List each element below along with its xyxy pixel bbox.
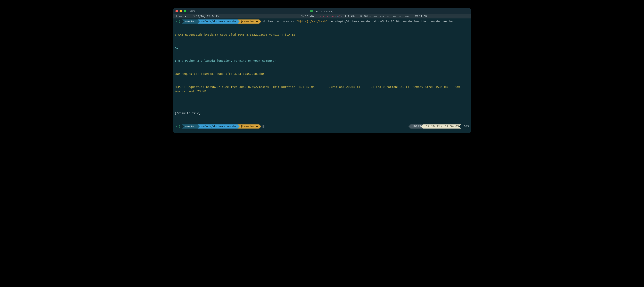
tab-shortcut-label: ⌥⌘3 xyxy=(190,10,195,13)
output-line: {"result":true} xyxy=(175,111,470,116)
prompt-line-2: ✓ ❯ maciej ~/Code/docker-lambda master xyxy=(174,124,470,129)
output-line: END RequestId: b459b787-c0ee-1fcd-3043-8… xyxy=(175,72,470,76)
sparkline-network-icon xyxy=(319,15,344,18)
output-line: Hi! xyxy=(175,46,470,50)
svg-point-10 xyxy=(242,21,243,21)
prompt-path-segment: ~/Code/docker-lambda xyxy=(198,20,238,24)
close-icon[interactable] xyxy=(176,10,178,12)
prompt-user-segment: maciej xyxy=(182,124,198,128)
output-line: START RequestId: b459b787-c0ee-1fcd-3043… xyxy=(175,32,470,37)
output-line: I'm a Python 3.9 lambda function, runnin… xyxy=(175,59,470,63)
prompt-branch-label: master xyxy=(244,19,255,24)
check-icon: ✓ xyxy=(176,124,178,128)
svg-rect-5 xyxy=(361,16,362,16)
status-datetime: 14/10, 12:54 PM xyxy=(192,15,219,18)
clock-icon xyxy=(192,15,195,18)
branch-dirty-dot-icon xyxy=(256,21,258,22)
prompt-path-segment: ~/Code/docker-lambda xyxy=(198,124,238,128)
right-prompt: 10193 14.10.21 ❮ 12:54:03 OSX xyxy=(410,124,470,128)
history-number: 10193 xyxy=(412,124,421,128)
status-ram-label: 11 GB xyxy=(419,15,427,18)
prompt-path-label: ~/Code/docker-lambda xyxy=(201,124,236,128)
network-icon xyxy=(301,15,304,18)
prompt-line-1: ✓ ❯ maciej ~/Code/docker-lambda master d… xyxy=(174,19,470,24)
terminal-body[interactable]: ✓ ❯ maciej ~/Code/docker-lambda master d… xyxy=(173,18,471,133)
sparkline-ram-icon xyxy=(428,15,469,18)
check-icon: ✓ xyxy=(176,19,178,24)
status-net-up: 9.2 kB↑ xyxy=(345,15,356,18)
git-branch-icon xyxy=(241,20,243,23)
time-segment: ❮ 12:54:03 xyxy=(442,124,461,128)
prompt-branch-label: master xyxy=(244,124,255,128)
status-cpu: 48% xyxy=(360,15,410,18)
prompt-path-label: ~/Code/docker-lambda xyxy=(201,19,236,24)
statusbar: maciej 14/10, 12:54 PM 13 kB↓ 9.2 kB↑ xyxy=(173,14,471,18)
time-label: 12:54:03 xyxy=(445,124,459,128)
git-branch-icon xyxy=(241,125,243,128)
svg-point-8 xyxy=(241,20,242,21)
prompt-branch-segment: master xyxy=(238,124,259,128)
command-prefix: docker run --rm -v xyxy=(263,20,296,23)
status-network: 13 kB↓ xyxy=(301,15,314,18)
prompt-user-label: maciej xyxy=(186,19,196,24)
window-title: >_ Lupin (-zsh) xyxy=(310,10,334,13)
os-label: OSX xyxy=(464,124,469,128)
svg-point-9 xyxy=(241,22,242,22)
output-line: REPORT RequestId: b459b787-c0ee-1fcd-304… xyxy=(175,85,470,94)
minimize-icon[interactable] xyxy=(180,10,182,12)
window-title-text: Lupin (-zsh) xyxy=(314,10,334,13)
svg-point-12 xyxy=(241,127,242,127)
user-icon xyxy=(175,15,178,18)
prompt-status-segment: ✓ ❯ xyxy=(174,124,182,128)
prompt-user-segment: maciej xyxy=(182,20,198,24)
status-cpu-label: 48% xyxy=(364,15,368,18)
status-ram: 11 GB xyxy=(415,15,469,18)
prompt-status-segment: ✓ ❯ xyxy=(174,20,182,24)
status-network-graph: 9.2 kB↑ xyxy=(319,15,356,18)
chevron-left-icon: ❮ xyxy=(441,124,443,128)
date-segment: 14.10.21 xyxy=(423,124,442,128)
branch-dirty-dot-icon xyxy=(256,126,258,127)
svg-point-0 xyxy=(176,15,177,16)
command-output: START RequestId: b459b787-c0ee-1fcd-3043… xyxy=(174,24,470,124)
traffic-lights xyxy=(176,10,186,12)
prompt-branch-segment: master xyxy=(238,20,259,24)
chevron-right-icon: ❯ xyxy=(179,19,180,24)
terminal-window: ⌥⌘3 >_ Lupin (-zsh) maciej 14/10, 12:54 … xyxy=(173,8,471,133)
command-string: "${dir}:/var/task" xyxy=(296,20,328,23)
titlebar: ⌥⌘3 >_ Lupin (-zsh) xyxy=(173,8,471,14)
svg-rect-2 xyxy=(302,15,302,16)
svg-point-11 xyxy=(241,126,242,126)
zoom-icon[interactable] xyxy=(184,10,186,12)
cursor xyxy=(262,125,264,128)
status-user: maciej xyxy=(175,15,188,18)
ram-icon xyxy=(415,15,418,17)
status-datetime-label: 14/10, 12:54 PM xyxy=(196,15,219,18)
chevron-right-icon: ❯ xyxy=(179,124,180,128)
sparkline-cpu-icon xyxy=(370,15,410,18)
svg-rect-4 xyxy=(360,16,362,17)
command-text: docker run --rm -v "${dir}:/var/task":ro… xyxy=(263,19,454,24)
os-segment: OSX xyxy=(461,124,470,128)
svg-point-13 xyxy=(242,126,243,126)
status-user-label: maciej xyxy=(179,15,188,18)
cpu-icon xyxy=(360,15,362,18)
status-net-down: 13 kB↓ xyxy=(305,15,314,18)
command-suffix: :ro mlupin/docker-lambda:python3.9-x86_6… xyxy=(328,20,454,23)
prompt-user-label: maciej xyxy=(186,124,196,128)
date-label: 14.10.21 xyxy=(426,124,440,128)
svg-rect-6 xyxy=(415,16,418,17)
terminal-icon: >_ xyxy=(310,10,313,12)
